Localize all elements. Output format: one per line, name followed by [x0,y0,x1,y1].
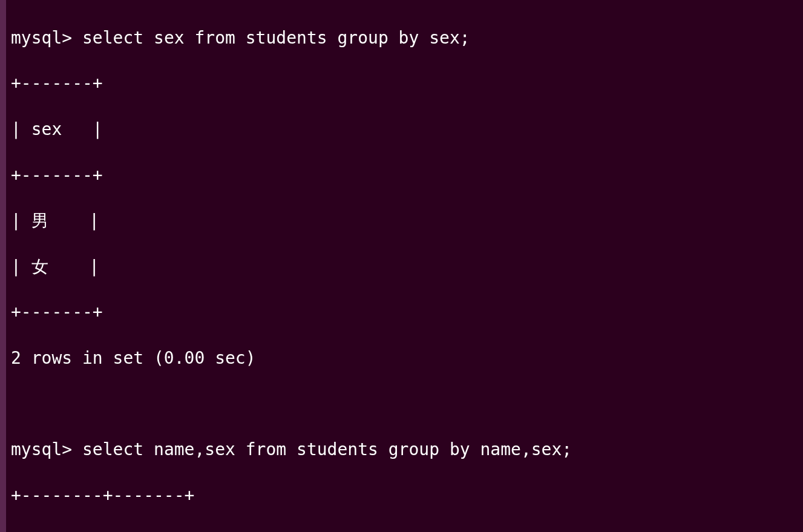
mysql-prompt: mysql> [11,439,82,459]
query1-summary: 2 rows in set (0.00 sec) [11,347,798,370]
query2-command-line: mysql> select name,sex from students gro… [11,438,798,461]
blank-line [11,393,798,416]
query1-table-header-border: +-------+ [11,164,798,187]
query1-command-line: mysql> select sex from students group by… [11,27,798,50]
query1-table-row: | 男 | [11,209,798,232]
window-sidebar [0,0,6,532]
mysql-prompt: mysql> [11,28,82,48]
query2-table-top-border: +--------+-------+ [11,484,798,507]
query1-table-row: | 女 | [11,255,798,278]
query2-command: select name,sex from students group by n… [82,439,572,459]
terminal-area[interactable]: mysql> select sex from students group by… [6,0,803,532]
query2-table-header: | name | sex | [11,530,798,532]
query1-table-bottom-border: +-------+ [11,301,798,324]
query1-table-top-border: +-------+ [11,72,798,95]
query1-command: select sex from students group by sex; [82,28,470,48]
query1-table-header: | sex | [11,118,798,141]
